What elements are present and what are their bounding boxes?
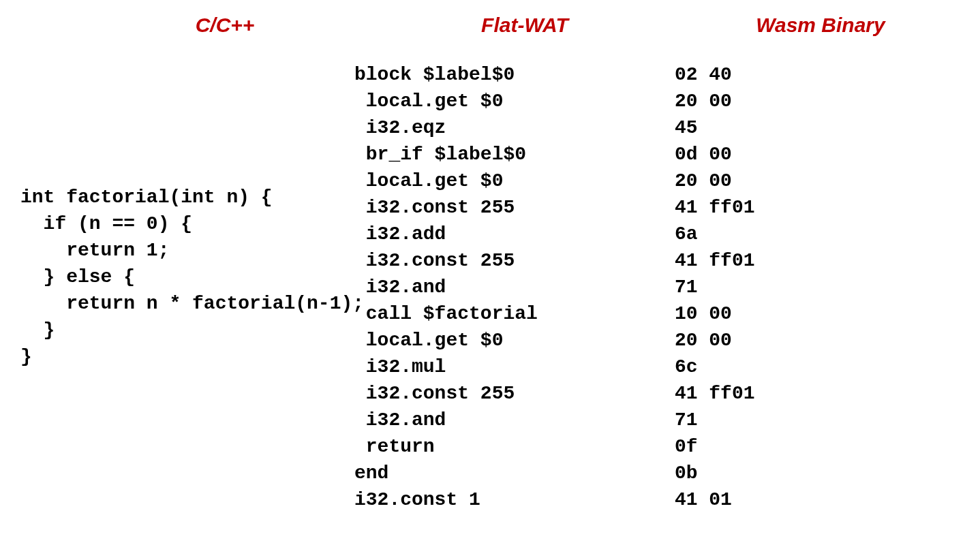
bin-code-block: 02 40 20 00 45 0d 00 20 00 41 ff01 6a 41…	[675, 61, 960, 513]
bin-column: Wasm Binary 02 40 20 00 45 0d 00 20 00 4…	[675, 14, 960, 546]
c-code-block: int factorial(int n) { if (n == 0) { ret…	[20, 61, 354, 370]
wat-column: Flat-WAT block $label$0 local.get $0 i32…	[354, 14, 675, 546]
bin-header: Wasm Binary	[675, 14, 960, 41]
wat-code-block: block $label$0 local.get $0 i32.eqz br_i…	[354, 61, 675, 513]
c-header: C/C++	[20, 14, 354, 41]
wat-header: Flat-WAT	[354, 14, 675, 41]
code-comparison-figure: C/C++ int factorial(int n) { if (n == 0)…	[0, 0, 980, 560]
c-column: C/C++ int factorial(int n) { if (n == 0)…	[20, 14, 354, 546]
